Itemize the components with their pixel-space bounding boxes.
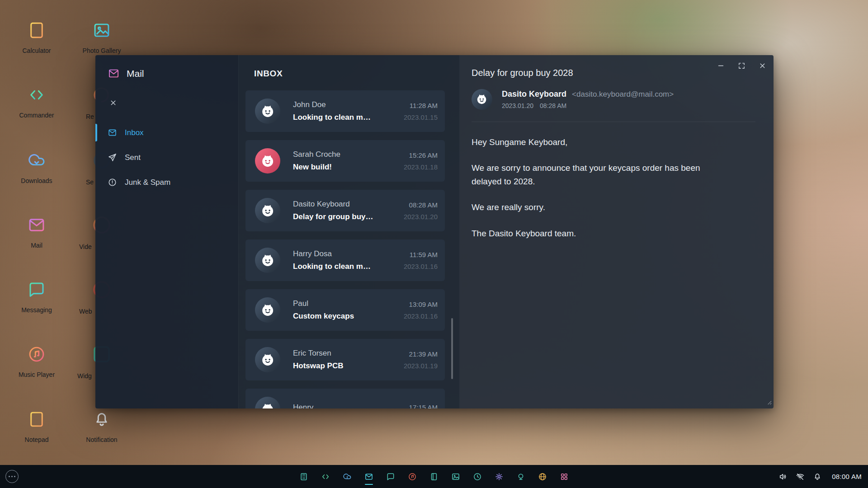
email-sender: John Doe <box>293 100 404 109</box>
nav-item-sent[interactable]: Sent <box>95 145 238 170</box>
close-button[interactable] <box>758 61 767 70</box>
email-title: Delay for group buy 2028 <box>472 55 755 78</box>
desktop-icon-music-player[interactable]: Music Player <box>9 345 64 378</box>
desktop-icon-label: Photo Gallery <box>83 47 121 54</box>
mail-icon <box>27 216 46 235</box>
app-grid-icon[interactable] <box>560 472 569 481</box>
clock-icon[interactable] <box>473 472 482 481</box>
gallery-icon <box>92 21 111 40</box>
clock-time: 08:00 AM <box>832 473 862 480</box>
email-date: 2023.01.16 <box>404 312 438 320</box>
email-time: 08:28 AM <box>404 201 438 209</box>
cloud-download-icon[interactable] <box>343 472 352 481</box>
desktop-icon-calculator[interactable]: Calculator <box>9 21 64 54</box>
email-list-item[interactable]: Paul Custom keycaps 13:09 AM 2023.01.16 <box>245 289 445 331</box>
body-paragraph: We are sorry to announce that your keyca… <box>472 161 707 188</box>
desktop-icon-label: Commander <box>19 112 54 119</box>
gallery-icon[interactable] <box>451 472 460 481</box>
avatar <box>255 297 280 323</box>
email-time: 13:09 AM <box>404 300 438 308</box>
avatar <box>255 198 280 223</box>
email-date: 2023.01.19 <box>404 362 438 370</box>
volume-icon[interactable] <box>778 472 788 481</box>
music-icon[interactable] <box>408 472 417 481</box>
camera-icon[interactable] <box>516 472 525 481</box>
network-off-icon[interactable] <box>796 472 805 481</box>
mail-sidebar: Mail Inbox Sent Junk & Spam <box>95 55 238 408</box>
desktop-icon-label: Downloads <box>21 177 52 184</box>
avatar <box>255 148 280 174</box>
email-time: 21:39 AM <box>404 350 438 358</box>
nav-item-label: Sent <box>125 153 141 162</box>
email-sender: Eric Torsen <box>293 349 404 358</box>
bell-icon[interactable] <box>813 472 822 481</box>
email-list-item[interactable]: Dasito Keyboard Delay for group buy… 08:… <box>245 190 445 231</box>
globe-icon[interactable] <box>538 472 547 481</box>
code-icon[interactable] <box>321 472 330 481</box>
desktop-icon-downloads[interactable]: Downloads <box>9 151 64 184</box>
desktop-icon-mail[interactable]: Mail <box>9 216 64 249</box>
mailbox-nav: Inbox Sent Junk & Spam <box>95 120 238 195</box>
email-date: 2023.01.16 <box>404 263 438 270</box>
minimize-icon <box>717 62 725 70</box>
notepad-icon <box>27 410 46 429</box>
email-list-item[interactable]: John Doe Looking to clean m… 11:28 AM 20… <box>245 90 445 132</box>
bell-icon <box>92 410 111 429</box>
desktop-icon-commander[interactable]: Commander <box>9 85 64 119</box>
sent-time: 08:28 AM <box>540 102 566 109</box>
email-body: Hey Sungame Keyboard, We are sorry to an… <box>472 136 707 240</box>
email-date: 2023.01.15 <box>404 113 438 121</box>
desktop-icon-photo-gallery[interactable]: Photo Gallery <box>75 21 129 54</box>
email-list-item[interactable]: Henry 17:15 AM <box>245 389 445 408</box>
avatar <box>255 99 280 124</box>
nav-item-junk-spam[interactable]: Junk & Spam <box>95 170 238 195</box>
email-list-item[interactable]: Sarah Croche New build! 15:26 AM 2023.01… <box>245 140 445 182</box>
desktop-wallpaper: Calculator Commander Downloads Mail Mess… <box>0 0 868 488</box>
desktop-icon-notepad[interactable]: Notepad <box>9 410 64 443</box>
email-time: 11:28 AM <box>404 102 438 109</box>
maximize-button[interactable] <box>737 61 746 70</box>
maximize-icon <box>738 62 745 70</box>
window-controls <box>716 61 767 70</box>
email-subject: New build! <box>293 163 404 172</box>
mail-icon[interactable] <box>364 472 373 481</box>
nav-item-inbox[interactable]: Inbox <box>95 120 238 145</box>
list-scrollbar[interactable] <box>451 318 453 379</box>
email-sender: Sarah Croche <box>293 150 404 159</box>
calculator-icon[interactable] <box>299 472 308 481</box>
desktop-icon-label: Vide <box>75 243 92 250</box>
inbox-icon <box>108 128 117 137</box>
email-subject: Hotswap PCB <box>293 361 404 371</box>
app-title: Mail <box>127 68 144 79</box>
desktop-icon-label: Music Player <box>19 371 55 378</box>
desktop-icon-label: Widg <box>75 372 92 380</box>
email-time: 15:26 AM <box>404 151 438 159</box>
code-icon <box>27 85 46 104</box>
email-sender: Paul <box>293 299 404 308</box>
email-list-pane: INBOX John Doe Looking to clean m… 11:28… <box>238 55 460 408</box>
notepad-icon[interactable] <box>429 472 439 481</box>
sender-row: Dasito Keyboard<dasito.keyboard@mail.com… <box>472 89 755 110</box>
chat-bubble-icon <box>27 280 46 299</box>
cloud-download-icon <box>27 151 46 170</box>
body-paragraph: Hey Sungame Keyboard, <box>472 136 707 149</box>
sidebar-close-button[interactable] <box>106 96 120 109</box>
email-time: 11:59 AM <box>404 251 438 258</box>
desktop-icon-notification[interactable]: Notification <box>75 410 129 443</box>
body-paragraph: We are really sorry. <box>472 201 707 214</box>
email-list-item[interactable]: Eric Torsen Hotswap PCB 21:39 AM 2023.01… <box>245 339 445 380</box>
settings-gear-icon[interactable] <box>495 472 504 481</box>
email-date: 2023.01.20 <box>404 213 438 221</box>
minimize-button[interactable] <box>716 61 725 70</box>
desktop-icon-label: Web <box>75 308 92 315</box>
email-sender: Henry <box>293 403 409 408</box>
menu-button[interactable] <box>5 470 19 483</box>
sender-avatar <box>472 89 492 110</box>
chat-icon[interactable] <box>386 472 395 481</box>
mail-icon <box>108 67 120 80</box>
resize-grip[interactable] <box>765 399 772 407</box>
desktop-icon-messaging[interactable]: Messaging <box>9 280 64 314</box>
desktop-icon-label: Calculator <box>22 47 51 54</box>
avatar <box>255 248 280 273</box>
email-list-item[interactable]: Harry Dosa Looking to clean m… 11:59 AM … <box>245 239 445 281</box>
